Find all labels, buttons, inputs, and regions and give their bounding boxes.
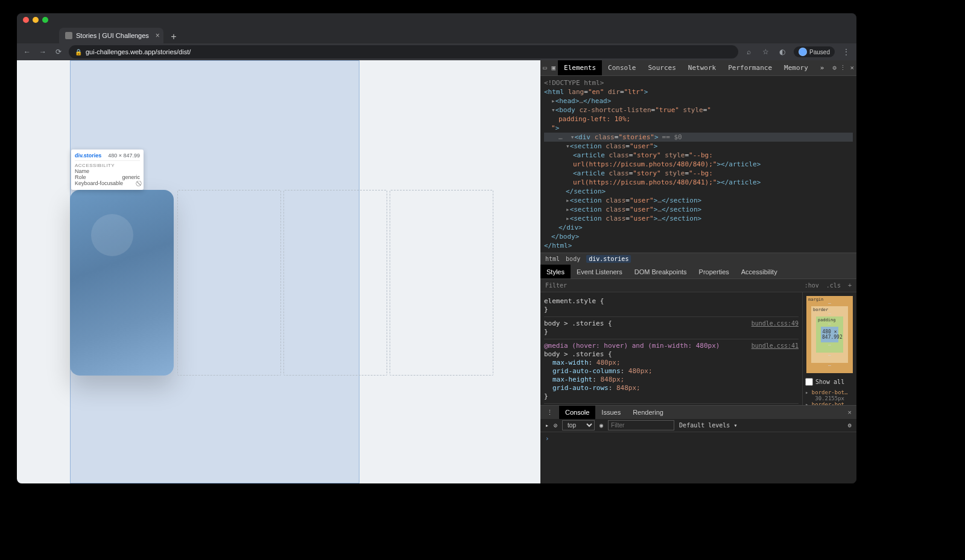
dom-line[interactable]: <html lang="en" dir="ltr"> bbox=[544, 87, 853, 96]
console-sidebar-icon[interactable]: ▸ bbox=[545, 422, 549, 429]
bookmark-icon[interactable]: ☆ bbox=[760, 46, 771, 57]
tab-memory[interactable]: Memory bbox=[778, 60, 814, 75]
search-icon[interactable]: ⌕ bbox=[743, 46, 754, 57]
drawer-tab-console[interactable]: Console bbox=[559, 406, 595, 419]
box-model-content: 480 × 847.992 bbox=[821, 327, 838, 342]
minimize-window-icon[interactable] bbox=[33, 17, 39, 23]
console-prompt: › bbox=[545, 435, 549, 442]
tooltip-section: ACCESSIBILITY bbox=[75, 160, 140, 168]
styles-tabbar: Styles Event Listeners DOM Breakpoints P… bbox=[540, 265, 856, 279]
favicon-icon bbox=[65, 32, 72, 39]
console-body[interactable]: › bbox=[540, 432, 856, 483]
lock-icon: 🔒 bbox=[75, 49, 82, 55]
css-rules[interactable]: element.style {}bundle.css:49body > .sto… bbox=[540, 292, 802, 405]
computed-list[interactable]: ▸ border-bot… 30.2155px▸ border-bot… 30.… bbox=[803, 387, 856, 405]
tab-network[interactable]: Network bbox=[682, 60, 722, 75]
story-placeholder bbox=[390, 190, 493, 376]
menu-button[interactable]: ⋮ bbox=[841, 46, 852, 57]
back-button[interactable]: ← bbox=[22, 46, 33, 57]
dom-line[interactable]: <article class="story" style="--bg: url(… bbox=[544, 169, 853, 187]
traffic-lights bbox=[23, 17, 48, 23]
inspect-tooltip: div.stories 480 × 847.99 ACCESSIBILITY N… bbox=[71, 149, 144, 190]
zoom-window-icon[interactable] bbox=[42, 17, 48, 23]
cls-toggle[interactable]: .cls bbox=[826, 282, 841, 289]
tab-title: Stories | GUI Challenges bbox=[76, 32, 149, 39]
console-filter-input[interactable] bbox=[608, 420, 674, 430]
panel-tab-eventlisteners[interactable]: Event Listeners bbox=[571, 265, 628, 278]
new-rule-icon[interactable]: + bbox=[848, 282, 852, 289]
tabstrip: Stories | GUI Challenges × + bbox=[17, 27, 856, 43]
context-select[interactable]: top bbox=[562, 420, 595, 430]
close-window-icon[interactable] bbox=[23, 17, 29, 23]
titlebar bbox=[17, 13, 856, 27]
avatar-icon bbox=[799, 48, 807, 56]
inspect-element-icon[interactable]: ▭ bbox=[540, 60, 549, 75]
dom-line: <!DOCTYPE html> bbox=[544, 78, 853, 87]
panel-tab-accessibility[interactable]: Accessibility bbox=[735, 265, 783, 278]
styles-filter-input[interactable]: Filter bbox=[545, 282, 805, 289]
address-bar[interactable]: 🔒 gui-challenges.web.app/stories/dist/ bbox=[69, 45, 738, 58]
levels-dropdown[interactable]: Default levels ▾ bbox=[679, 422, 737, 429]
panel-tab-properties[interactable]: Properties bbox=[693, 265, 735, 278]
console-settings-icon[interactable]: ⚙ bbox=[848, 422, 852, 429]
dom-line[interactable]: </html> bbox=[544, 241, 853, 250]
browser-window: Stories | GUI Challenges × + ← → ⟳ 🔒 gui… bbox=[17, 13, 856, 483]
dom-tree[interactable]: <!DOCTYPE html> <html lang="en" dir="ltr… bbox=[540, 76, 856, 253]
tooltip-selector: div.stories bbox=[75, 153, 101, 159]
tabs-overflow[interactable]: » bbox=[814, 60, 831, 75]
story-placeholder bbox=[283, 190, 387, 376]
dom-line-selected[interactable]: … ▾<div class="stories">== $0 bbox=[544, 133, 853, 142]
clear-console-icon[interactable]: ⊘ bbox=[554, 422, 557, 429]
crumb[interactable]: body bbox=[566, 256, 580, 262]
devtools-tabbar: ▭ ▣ Elements Console Sources Network Per… bbox=[540, 60, 856, 76]
console-toolbar: ▸ ⊘ top ◉ Default levels ▾ ⚙ bbox=[540, 419, 856, 432]
styles-filterbar: Filter :hov .cls + bbox=[540, 279, 856, 292]
panel-tab-dombreakpoints[interactable]: DOM Breakpoints bbox=[628, 265, 693, 278]
close-devtools-icon[interactable]: × bbox=[847, 60, 856, 75]
device-toolbar-icon[interactable]: ▣ bbox=[549, 60, 558, 75]
new-tab-button[interactable]: + bbox=[167, 30, 180, 43]
tooltip-kf-label: Keyboard-focusable bbox=[75, 180, 123, 187]
dom-line[interactable]: ▸<section class="user">…</section> bbox=[544, 205, 853, 214]
profile-button[interactable]: Paused bbox=[794, 46, 835, 57]
dom-line[interactable]: ▸<section class="user">…</section> bbox=[544, 196, 853, 205]
panel-tab-styles[interactable]: Styles bbox=[540, 265, 571, 278]
close-tab-icon[interactable]: × bbox=[156, 31, 160, 40]
extension-icon[interactable]: ◐ bbox=[777, 46, 788, 57]
close-drawer-icon[interactable]: × bbox=[843, 409, 856, 416]
tab-console[interactable]: Console bbox=[602, 60, 642, 75]
dom-line[interactable]: ▸<head>…</head> bbox=[544, 96, 853, 105]
hov-toggle[interactable]: :hov bbox=[805, 282, 819, 289]
dom-line[interactable]: ▾<body cz-shortcut-listen="true" style=" bbox=[544, 105, 853, 115]
crumb-current[interactable]: div.stories bbox=[586, 255, 631, 263]
browser-tab[interactable]: Stories | GUI Challenges × bbox=[59, 28, 163, 43]
box-model[interactable]: margin– border– padding– 480 × 847.992 –… bbox=[803, 292, 856, 377]
tooltip-role-value: generic bbox=[122, 174, 140, 180]
show-all-toggle[interactable]: Show all bbox=[803, 377, 856, 387]
dom-line[interactable]: </div> bbox=[544, 223, 853, 232]
dom-line[interactable]: ▾<section class="user"> bbox=[544, 142, 853, 151]
tab-elements[interactable]: Elements bbox=[558, 60, 602, 75]
tab-sources[interactable]: Sources bbox=[642, 60, 682, 75]
show-all-checkbox[interactable] bbox=[805, 378, 813, 386]
tab-performance[interactable]: Performance bbox=[722, 60, 778, 75]
profile-label: Paused bbox=[809, 49, 830, 55]
content-row: div.stories 480 × 847.99 ACCESSIBILITY N… bbox=[17, 60, 856, 483]
crumb[interactable]: html bbox=[545, 256, 560, 262]
eye-icon[interactable]: ◉ bbox=[600, 422, 603, 429]
gear-icon[interactable]: ⚙ bbox=[830, 60, 839, 75]
story-card[interactable] bbox=[70, 190, 174, 376]
drawer-tab-rendering[interactable]: Rendering bbox=[627, 406, 669, 419]
breadcrumb: html body div.stories bbox=[540, 253, 856, 265]
drawer-menu-icon[interactable]: ⋮ bbox=[540, 406, 559, 419]
dom-line[interactable]: ▸<section class="user">…</section> bbox=[544, 214, 853, 223]
devtools-menu-icon[interactable]: ⋮ bbox=[839, 60, 848, 75]
dom-line[interactable]: </section> bbox=[544, 187, 853, 196]
devtools: ▭ ▣ Elements Console Sources Network Per… bbox=[540, 60, 856, 483]
dom-line[interactable]: </body> bbox=[544, 232, 853, 241]
url-text: gui-challenges.web.app/stories/dist/ bbox=[86, 48, 191, 55]
reload-button[interactable]: ⟳ bbox=[53, 46, 64, 57]
forward-button[interactable]: → bbox=[37, 46, 48, 57]
drawer-tab-issues[interactable]: Issues bbox=[595, 406, 627, 419]
dom-line[interactable]: <article class="story" style="--bg: url(… bbox=[544, 151, 853, 169]
